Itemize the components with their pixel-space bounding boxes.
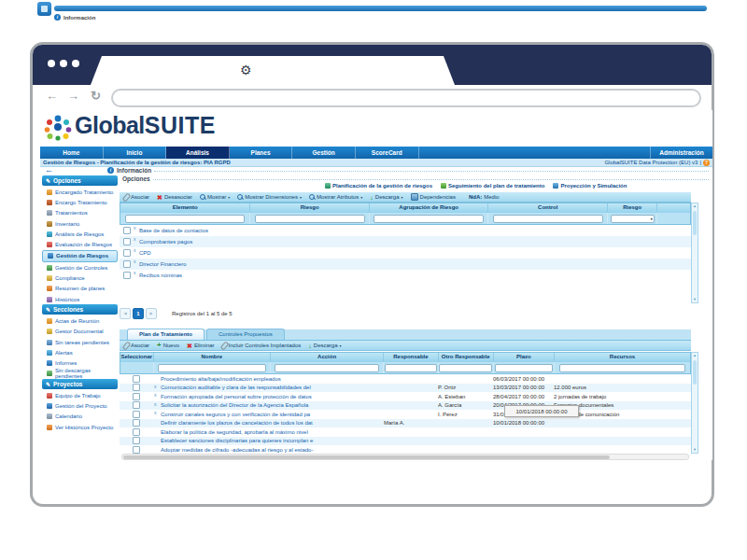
desasociar-button[interactable]: ✖Desasociar — [157, 194, 192, 201]
row-checkbox[interactable] — [123, 238, 131, 245]
filter-plazo[interactable] — [495, 364, 553, 372]
row-checkbox[interactable] — [133, 401, 140, 409]
row-checkbox[interactable] — [123, 227, 131, 234]
url-bar[interactable] — [111, 89, 701, 107]
tab-administracion[interactable]: Administración — [650, 147, 712, 159]
mostrar-dimensiones-button[interactable]: Mostrar Dimensiones▾ — [237, 194, 302, 200]
expand-icon[interactable]: x — [134, 247, 136, 253]
sidebar-item-gestion-riesgos[interactable]: Gestión de Riesgos — [42, 250, 118, 262]
table-row[interactable]: xBase de datos de contactos — [120, 225, 691, 236]
filter-recursos[interactable] — [559, 364, 685, 372]
nuevo-button[interactable]: +Nuevo — [157, 342, 179, 349]
sidebar-item-resumen-planes[interactable]: Resumen de planes — [40, 284, 120, 294]
row-checkbox[interactable] — [123, 249, 131, 257]
sidebar-item-evaluacion-riesgos[interactable]: Evaluación de Riesgos — [40, 239, 120, 249]
filter-nombre[interactable] — [158, 364, 266, 372]
sidebar-item-compliance[interactable]: Compliance — [40, 273, 120, 283]
scrollbar-thumb[interactable] — [123, 455, 610, 459]
column-elemento[interactable]: Elemento — [120, 203, 250, 213]
column-seleccionar[interactable]: Seleccionar — [120, 353, 154, 362]
table-row[interactable]: xRecibos nóminas — [120, 270, 691, 281]
expand-icon[interactable]: x — [154, 384, 157, 389]
vertical-scrollbar[interactable]: ▲ ▼ — [691, 203, 698, 303]
tab-home[interactable]: Home — [40, 147, 104, 159]
mostrar-button[interactable]: Mostrar▾ — [200, 194, 230, 200]
browser-tab[interactable]: ⚙ — [91, 56, 455, 85]
sidebar-item-tratamientos[interactable]: Tratamientos — [40, 208, 120, 218]
sidebar-section-secciones[interactable]: ✎ Secciones — [42, 304, 118, 315]
row-checkbox[interactable] — [133, 375, 140, 383]
scroll-down-icon[interactable]: ▼ — [692, 297, 698, 302]
row-checkbox[interactable] — [123, 260, 131, 268]
descarga-button[interactable]: ↓Descarga▾ — [370, 194, 402, 201]
back-icon[interactable]: ← — [46, 89, 58, 103]
scroll-down-icon[interactable]: ▼ — [692, 447, 698, 453]
sidebar-item-gestion-proyecto[interactable]: Gestión del Proyecto — [40, 400, 120, 411]
scroll-up-icon[interactable]: ▲ — [692, 203, 698, 209]
link-planificacion[interactable]: Planificación de la gestión de riesgos — [325, 183, 432, 189]
next-page-button[interactable]: ▶ — [146, 308, 157, 319]
expand-icon[interactable]: x — [154, 401, 157, 407]
sidebar-item-informes[interactable]: Informes — [40, 357, 120, 368]
table-row[interactable]: xComprobantes pagos — [120, 236, 691, 247]
expand-icon[interactable]: x — [154, 410, 157, 415]
sidebar-item-gestion-controles[interactable]: Gestión de Controles — [40, 262, 120, 273]
column-control[interactable]: Control — [488, 203, 608, 213]
table-row[interactable]: xConstruir canales seguros y con verific… — [120, 410, 691, 419]
forward-icon[interactable]: → — [67, 89, 79, 103]
column-accion[interactable]: Acción — [271, 353, 384, 362]
scrollbar-thumb[interactable] — [693, 360, 697, 385]
expand-icon[interactable]: x — [134, 236, 136, 242]
table-row[interactable]: xSolicitar la autorización del Director … — [120, 401, 691, 411]
filter-elemento[interactable] — [125, 215, 246, 223]
sidebar-item-actas-reunion[interactable]: Actas de Reunión — [40, 315, 120, 326]
filter-control[interactable] — [493, 215, 603, 223]
informacion-legend[interactable]: i Información — [107, 167, 709, 174]
tab-gestion[interactable]: Gestión — [292, 147, 356, 159]
column-plazo[interactable]: Plazo — [494, 353, 555, 362]
row-checkbox[interactable] — [133, 393, 140, 400]
opciones-legend[interactable]: Opciones — [122, 175, 709, 182]
row-checkbox[interactable] — [133, 411, 140, 418]
table-row[interactable]: xFormación apropiada del personal sobre … — [120, 392, 691, 401]
tab-inicio[interactable]: Inicio — [104, 147, 167, 159]
sidebar-item-descargas-pendientes[interactable]: Sin descargas pendientes — [40, 369, 120, 379]
asociar-button[interactable]: Asociar — [124, 193, 149, 202]
column-otro-responsable[interactable]: Otro Responsable — [439, 353, 494, 362]
table-row[interactable]: Definir claramente los plazos de cancela… — [120, 419, 691, 428]
dependencias-button[interactable]: Dependencias — [411, 193, 456, 201]
sidebar-item-ver-historicos[interactable]: Ver Históricos Proyecto — [40, 422, 120, 432]
filter-riesgo-select[interactable]: ▾ — [611, 215, 655, 223]
tab-analisis[interactable]: Análisis — [166, 147, 230, 159]
tab-controles-propuestos[interactable]: Controles Propuestos — [206, 329, 285, 340]
refresh-icon[interactable]: ↻ — [91, 89, 101, 103]
column-agrupacion[interactable]: Agrupación de Riesgo — [370, 203, 489, 213]
row-checkbox[interactable] — [133, 446, 140, 454]
horizontal-scrollbar[interactable] — [121, 454, 689, 460]
help-icon[interactable]: ? — [703, 160, 710, 166]
column-responsable[interactable]: Responsable — [384, 353, 438, 362]
descarga-button[interactable]: ↓Descarga▾ — [308, 343, 341, 349]
expand-icon[interactable]: x — [134, 225, 136, 231]
sidebar-item-tareas-pendientes[interactable]: Sin tareas pendientes — [40, 337, 120, 347]
expand-icon[interactable]: x — [154, 392, 157, 398]
column-riesgo-nivel[interactable]: Riesgo — [608, 203, 657, 213]
sidebar-section-opciones[interactable]: ✎ Opciones — [42, 175, 118, 186]
filter-accion[interactable] — [275, 364, 379, 372]
row-checkbox[interactable] — [133, 419, 140, 427]
sidebar-item-inventario[interactable]: Inventario — [40, 218, 120, 229]
row-checkbox[interactable] — [133, 428, 140, 436]
filter-riesgo[interactable] — [255, 215, 365, 223]
column-nombre[interactable]: Nombre — [154, 353, 271, 362]
tab-scorecard[interactable]: ScoreCard — [356, 147, 419, 159]
table-row[interactable]: Elaborar la política de seguridad, aprob… — [120, 427, 691, 437]
sidebar-item-gestor-documental[interactable]: Gestor Documental — [40, 327, 120, 337]
row-checkbox[interactable] — [123, 272, 131, 279]
prev-page-button[interactable]: ◀ — [120, 308, 131, 319]
sidebar-item-equipo-trabajo[interactable]: Equipo de Trabajo — [40, 390, 120, 400]
sidebar-section-proyectos[interactable]: ✎ Proyectos — [42, 379, 118, 389]
sidebar-item-alertas[interactable]: Alertas — [40, 347, 120, 357]
asociar-button[interactable]: Asociar — [124, 342, 149, 350]
column-riesgo[interactable]: Riesgo — [250, 203, 370, 213]
filter-responsable[interactable] — [385, 364, 437, 372]
